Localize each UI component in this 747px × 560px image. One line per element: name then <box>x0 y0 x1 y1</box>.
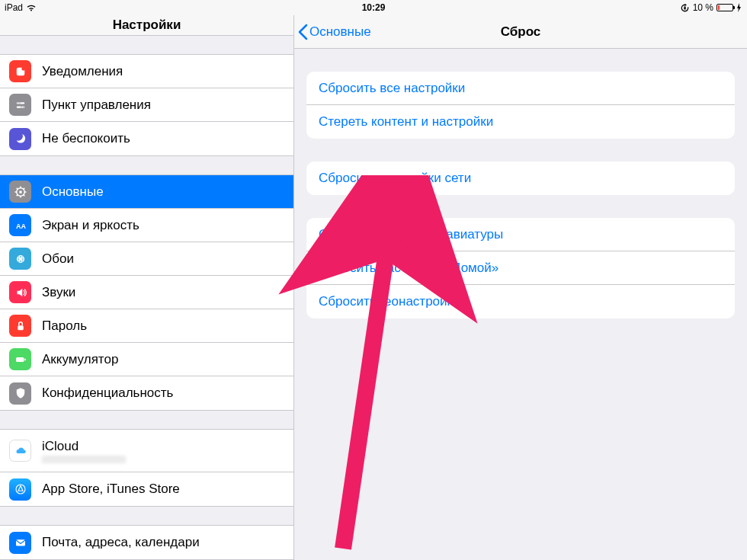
icloud-icon <box>9 440 31 462</box>
display-icon: AA <box>9 214 31 236</box>
svg-rect-26 <box>16 539 25 546</box>
sidebar-item-do-not-disturb[interactable]: Не беспокоить <box>0 122 293 155</box>
svg-point-2 <box>21 66 25 70</box>
sidebar-item-general[interactable]: Основные <box>0 175 293 209</box>
reset-network-settings[interactable]: Сбросить настройки сети <box>306 162 735 195</box>
sidebar-item-label: Пункт управления <box>42 98 151 113</box>
sidebar-item-mail[interactable]: Почта, адреса, календари <box>0 526 293 559</box>
sidebar-item-passcode[interactable]: Пароль <box>0 309 293 343</box>
appstore-icon <box>9 478 31 501</box>
back-button[interactable]: Основные <box>294 24 371 40</box>
status-time: 10:29 <box>362 2 386 13</box>
sidebar-item-display[interactable]: AA Экран и яркость <box>0 209 293 242</box>
sidebar-item-label: Почта, адреса, календари <box>42 535 200 550</box>
reset-group-2: Сбросить настройки сети <box>306 162 735 195</box>
sidebar-item-label: Конфиденциальность <box>42 386 173 401</box>
svg-line-14 <box>23 194 24 196</box>
icloud-account-redacted <box>42 456 126 463</box>
sidebar-header: Настройки <box>0 15 293 36</box>
reset-location-privacy[interactable]: Сбросить геонастройки <box>306 285 735 318</box>
sidebar-item-icloud[interactable]: iCloud <box>0 430 293 472</box>
sidebar-group-4: Почта, адреса, календари <box>0 525 293 560</box>
sidebar-item-label: Основные <box>42 184 104 200</box>
svg-point-4 <box>18 101 20 104</box>
svg-point-8 <box>19 190 22 194</box>
reset-group-1: Сбросить все настройки Стереть контент и… <box>306 72 735 139</box>
mail-icon <box>9 532 31 554</box>
reset-home-layout[interactable]: Сбросить настройки «Домой» <box>306 251 735 285</box>
sidebar-item-battery[interactable]: Аккумулятор <box>0 343 293 376</box>
sidebar-item-label: Не беспокоить <box>42 131 130 146</box>
sidebar-item-label: Экран и яркость <box>42 218 139 233</box>
battery-icon <box>717 4 733 11</box>
svg-rect-0 <box>684 7 685 9</box>
status-bar: iPad 10:29 10 % <box>0 0 747 15</box>
orientation-lock-icon <box>680 3 690 13</box>
svg-text:AA: AA <box>16 222 26 229</box>
row-label: Стереть контент и настройки <box>319 114 493 130</box>
detail-title: Сброс <box>501 24 541 40</box>
reset-all-settings[interactable]: Сбросить все настройки <box>306 72 735 105</box>
sidebar-group-3: iCloud App Store, iTunes Store <box>0 429 293 507</box>
svg-point-19 <box>19 258 21 260</box>
reset-group-3: Сбросить словарь клавиатуры Сбросить нас… <box>306 218 735 318</box>
sidebar-item-privacy[interactable]: Конфиденциальность <box>0 376 293 410</box>
row-label: Сбросить настройки «Домой» <box>319 261 499 276</box>
svg-rect-22 <box>18 325 24 330</box>
chevron-left-icon <box>297 24 308 40</box>
svg-line-13 <box>16 187 18 189</box>
sidebar-item-label: Уведомления <box>42 64 123 79</box>
row-label: Сбросить геонастройки <box>319 294 460 309</box>
sidebar-item-label: Аккумулятор <box>42 352 118 367</box>
status-battery-pct: 10 % <box>693 2 713 13</box>
row-label: Сбросить словарь клавиатуры <box>319 227 503 242</box>
wallpaper-icon <box>9 248 31 270</box>
control-center-icon <box>9 94 31 116</box>
svg-rect-23 <box>16 357 24 362</box>
status-carrier: iPad <box>5 2 23 13</box>
row-label: Сбросить настройки сети <box>319 171 471 186</box>
erase-all-content[interactable]: Стереть контент и настройки <box>306 105 735 139</box>
sidebar-item-wallpaper[interactable]: Обои <box>0 242 293 276</box>
battery-settings-icon <box>9 348 31 370</box>
sidebar-item-notifications[interactable]: Уведомления <box>0 55 293 88</box>
detail-header: Основные Сброс <box>294 15 747 49</box>
sidebar-group-2: Основные AA Экран и яркость Обои <box>0 174 293 411</box>
sidebar-item-label: Пароль <box>42 318 87 334</box>
gear-icon <box>9 181 31 203</box>
sidebar-item-label: Звуки <box>42 285 75 300</box>
sidebar-item-appstore[interactable]: App Store, iTunes Store <box>0 472 293 506</box>
sidebar-title: Настройки <box>113 18 181 33</box>
svg-line-15 <box>16 194 18 196</box>
sidebar-item-label: iCloud <box>42 439 126 454</box>
notifications-icon <box>9 60 31 82</box>
charging-icon <box>736 3 742 12</box>
do-not-disturb-icon <box>9 128 31 150</box>
sidebar-item-sounds[interactable]: Звуки <box>0 276 293 309</box>
svg-rect-24 <box>24 358 26 360</box>
svg-line-16 <box>23 187 24 189</box>
reset-keyboard-dictionary[interactable]: Сбросить словарь клавиатуры <box>306 218 735 251</box>
detail-pane: Основные Сброс Сбросить все настройки Ст… <box>294 15 747 560</box>
wifi-icon <box>26 4 37 11</box>
svg-point-6 <box>21 106 23 108</box>
lock-icon <box>9 315 31 337</box>
sounds-icon <box>9 281 31 303</box>
sidebar-item-label: App Store, iTunes Store <box>42 482 180 497</box>
sidebar-item-label: Обои <box>42 251 74 267</box>
sidebar-group-1: Уведомления Пункт управления Не беспокои… <box>0 54 293 156</box>
privacy-icon <box>9 382 31 405</box>
back-button-label: Основные <box>309 24 371 40</box>
row-label: Сбросить все настройки <box>319 81 465 96</box>
settings-sidebar: Настройки Уведомления Пункт управления <box>0 15 294 560</box>
sidebar-item-control-center[interactable]: Пункт управления <box>0 88 293 122</box>
